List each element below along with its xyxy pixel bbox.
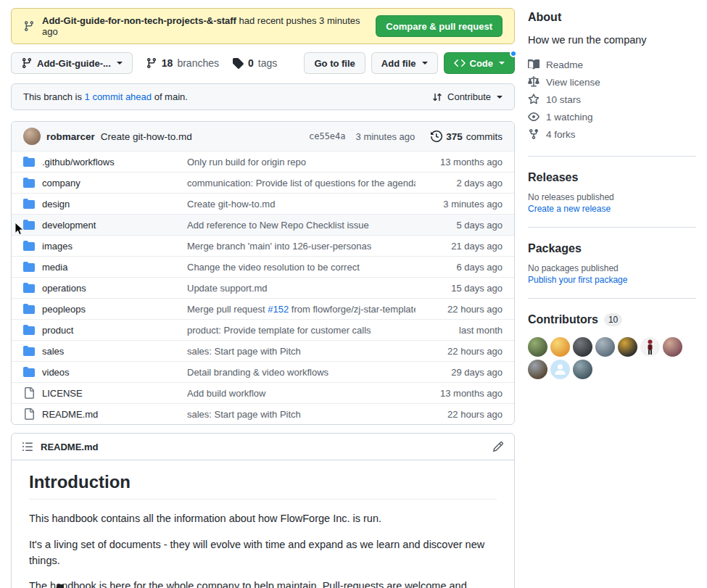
row-commit-message[interactable]: Merge branch 'main' into 126-user-person… bbox=[187, 241, 415, 252]
commit-author-avatar[interactable] bbox=[23, 128, 41, 145]
chevron-down-icon bbox=[497, 96, 503, 99]
contributor-avatar[interactable] bbox=[595, 337, 615, 357]
commit-sha[interactable]: ce55e4a bbox=[309, 131, 346, 141]
contributor-avatar[interactable] bbox=[663, 337, 682, 357]
go-to-file-button[interactable]: Go to file bbox=[304, 52, 365, 74]
file-name[interactable]: product bbox=[42, 325, 187, 336]
file-row[interactable]: operations Update support.md 15 days ago bbox=[12, 277, 514, 298]
file-row[interactable]: product product: Provide template for cu… bbox=[12, 319, 514, 340]
contributor-avatar[interactable] bbox=[618, 337, 637, 357]
commit-age[interactable]: 6 days ago bbox=[415, 262, 503, 273]
forks-link[interactable]: 4 forks bbox=[528, 125, 696, 143]
edit-pencil-icon[interactable] bbox=[492, 441, 504, 452]
commit-age[interactable]: 22 hours ago bbox=[415, 304, 503, 315]
file-row[interactable]: company communication: Provide list of q… bbox=[12, 172, 514, 193]
branches-link[interactable]: 18 branches bbox=[146, 57, 219, 69]
commit-history-link[interactable]: 375 commits bbox=[431, 131, 503, 142]
commit-message-text: Create git-how-to.md bbox=[187, 199, 275, 210]
file-name[interactable]: images bbox=[42, 241, 187, 252]
row-commit-message[interactable]: Add build workflow bbox=[187, 388, 415, 399]
commit-age[interactable]: 3 minutes ago bbox=[415, 199, 503, 210]
file-row[interactable]: development Add reference to New Repo Ch… bbox=[12, 214, 514, 235]
issue-link[interactable]: #152 bbox=[268, 304, 289, 315]
contribute-button[interactable]: Contribute bbox=[431, 91, 503, 103]
create-release-link[interactable]: Create a new release bbox=[528, 204, 611, 214]
file-name[interactable]: peopleops bbox=[42, 304, 187, 315]
contributor-avatar[interactable] bbox=[550, 337, 570, 357]
contributor-avatar[interactable] bbox=[573, 360, 592, 379]
watching-link[interactable]: 1 watching bbox=[528, 108, 696, 125]
readme-paragraph: It's a living set of documents - they wi… bbox=[29, 537, 497, 569]
add-file-button[interactable]: Add file bbox=[371, 52, 438, 74]
file-name[interactable]: media bbox=[42, 262, 187, 273]
row-commit-message[interactable]: Create git-how-to.md bbox=[187, 199, 415, 210]
row-commit-message[interactable]: product: Provide template for customer c… bbox=[187, 325, 415, 336]
commit-message-text: Add build workflow bbox=[187, 388, 265, 399]
folder-icon bbox=[23, 324, 35, 336]
file-row[interactable]: .github/workflows Only run build for ori… bbox=[12, 151, 514, 172]
file-row[interactable]: peopleops Merge pull request #152 from f… bbox=[12, 298, 514, 319]
file-row[interactable]: videos Detail branding & video workflows… bbox=[12, 361, 514, 382]
file-row[interactable]: media Change the video resolution to be … bbox=[12, 256, 514, 277]
commit-age[interactable]: 22 hours ago bbox=[415, 409, 503, 420]
file-row[interactable]: LICENSE Add build workflow 13 months ago bbox=[12, 382, 514, 403]
contributor-avatar[interactable] bbox=[573, 337, 592, 357]
commit-age[interactable]: 29 days ago bbox=[415, 367, 503, 378]
commit-message[interactable]: Create git-how-to.md bbox=[101, 131, 192, 142]
row-commit-message[interactable]: sales: Start page with Pitch bbox=[187, 409, 415, 420]
row-commit-message[interactable]: Update support.md bbox=[187, 283, 415, 294]
file-name[interactable]: operations bbox=[42, 283, 187, 294]
file-name[interactable]: company bbox=[42, 178, 187, 189]
row-commit-message[interactable]: Only run build for origin repo bbox=[187, 157, 415, 167]
contributor-avatar[interactable] bbox=[550, 360, 570, 379]
file-name[interactable]: sales bbox=[42, 346, 187, 357]
commit-age[interactable]: 15 days ago bbox=[415, 283, 503, 294]
file-name[interactable]: .github/workflows bbox=[42, 157, 187, 167]
file-row[interactable]: design Create git-how-to.md 3 minutes ag… bbox=[12, 193, 514, 214]
chevron-down-icon bbox=[422, 62, 428, 65]
row-commit-message[interactable]: Add reference to New Repo Checklist issu… bbox=[187, 220, 415, 231]
commit-age[interactable]: 13 months ago bbox=[415, 157, 503, 167]
readme-link[interactable]: Readme bbox=[528, 56, 696, 73]
file-name[interactable]: LICENSE bbox=[42, 388, 187, 399]
commit-age[interactable]: 21 days ago bbox=[415, 241, 503, 252]
releases-title: Releases bbox=[528, 171, 696, 184]
file-name[interactable]: videos bbox=[42, 367, 187, 378]
list-unordered-icon[interactable] bbox=[22, 441, 33, 452]
commit-age[interactable]: 5 days ago bbox=[415, 220, 503, 231]
notification-dot bbox=[510, 50, 517, 57]
history-clock-icon bbox=[431, 131, 442, 142]
publish-package-link[interactable]: Publish your first package bbox=[528, 275, 627, 285]
file-row[interactable]: sales sales: Start page with Pitch 22 ho… bbox=[12, 340, 514, 361]
compare-pull-request-button[interactable]: Compare & pull request bbox=[376, 15, 503, 37]
code-button[interactable]: Code bbox=[444, 52, 516, 74]
commit-ahead-link[interactable]: 1 commit ahead bbox=[85, 91, 152, 102]
row-commit-message[interactable]: Detail branding & video workflows bbox=[187, 367, 415, 378]
contributor-avatar[interactable] bbox=[528, 360, 547, 379]
file-row[interactable]: images Merge branch 'main' into 126-user… bbox=[12, 235, 514, 256]
banner-text: Add-Git-guide-for-non-tech-projects-&-st… bbox=[42, 15, 361, 37]
commit-age[interactable]: 2 days ago bbox=[415, 178, 503, 189]
file-name[interactable]: design bbox=[42, 199, 187, 210]
commit-age[interactable]: 22 hours ago bbox=[415, 346, 503, 357]
stars-link[interactable]: 10 stars bbox=[528, 91, 696, 108]
file-name[interactable]: development bbox=[42, 220, 187, 231]
file-row[interactable]: README.md sales: Start page with Pitch 2… bbox=[12, 403, 514, 424]
row-commit-message[interactable]: sales: Start page with Pitch bbox=[187, 346, 415, 357]
contributor-avatar[interactable] bbox=[528, 337, 547, 357]
commit-age[interactable]: 13 months ago bbox=[415, 388, 503, 399]
view-license-link[interactable]: View license bbox=[528, 73, 696, 91]
branch-selector-button[interactable]: Add-Git-guide-... bbox=[11, 52, 133, 74]
row-commit-message[interactable]: communication: Provide list of questions… bbox=[187, 178, 415, 189]
sidebar: About How we run the company Readme View… bbox=[528, 0, 696, 379]
commit-message-text: sales: Start page with Pitch bbox=[187, 409, 301, 420]
contributor-avatar[interactable] bbox=[640, 337, 660, 357]
commit-age[interactable]: last month bbox=[415, 325, 503, 336]
chevron-down-icon bbox=[499, 62, 505, 65]
row-commit-message[interactable]: Change the video resolution to be correc… bbox=[187, 262, 415, 273]
tags-link[interactable]: 0 tags bbox=[232, 57, 277, 69]
commit-author-name[interactable]: robmarcer bbox=[46, 131, 95, 142]
folder-icon bbox=[23, 345, 35, 357]
file-name[interactable]: README.md bbox=[42, 409, 187, 420]
row-commit-message[interactable]: Merge pull request #152 from flowforge/z… bbox=[187, 304, 415, 315]
